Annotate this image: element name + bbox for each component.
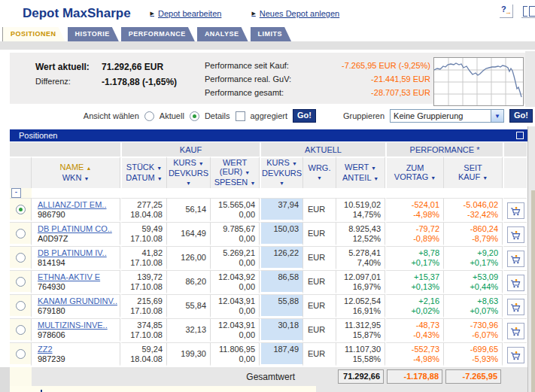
vortag-cell: -552,73-4,98% xyxy=(385,342,444,366)
page-title: Depot MaxSharpe xyxy=(23,6,131,21)
position-name-cell: ETHNA-AKTIV E764930 xyxy=(32,270,120,294)
help-icon[interactable]: ?→ xyxy=(500,5,513,18)
aktuell-kurs-cell: 30,18 xyxy=(260,318,303,342)
collapse-icon[interactable]: - xyxy=(11,188,21,198)
position-radio[interactable] xyxy=(16,277,26,287)
position-wkn: 814194 xyxy=(32,258,120,268)
kauf-kurs-cell: 164,49 xyxy=(167,222,211,246)
waehrung-cell: EUR xyxy=(303,198,336,222)
aggregiert-checkbox[interactable] xyxy=(236,111,245,121)
position-radio[interactable] xyxy=(16,253,26,263)
aktuell-kurs-cell: 126,22 xyxy=(260,246,303,270)
arrow-bullet-icon: ▶ xyxy=(251,11,255,17)
trade-basket-button[interactable] xyxy=(507,275,524,291)
group-header-performance: PERFORMANCE * xyxy=(385,141,503,156)
position-select-cell xyxy=(10,318,32,342)
panel-title: Positionen xyxy=(19,131,57,140)
tab-bar: POSITIONEN HISTORIE PERFORMANCE ANALYSE … xyxy=(2,27,535,41)
sort-desc-icon: ▼ xyxy=(199,161,204,166)
col-header-name-wkn[interactable]: NAME ▲WKN ▼ xyxy=(32,156,120,188)
position-name-link[interactable]: DB PLATINUM IV.. xyxy=(32,247,120,258)
stueck-datum-cell: 277,2518.04.08 xyxy=(120,198,167,222)
gruppieren-go-button[interactable]: Go! xyxy=(509,109,533,123)
sort-asc-icon: ▲ xyxy=(86,166,91,171)
trade-basket-button[interactable] xyxy=(507,299,524,315)
trade-basket-button[interactable] xyxy=(507,323,524,339)
position-radio[interactable] xyxy=(16,205,26,214)
vortag-cell: -79,72-0,89% xyxy=(385,222,444,246)
sort-desc-icon: ▼ xyxy=(250,181,255,186)
tab-limits[interactable]: LIMITS xyxy=(251,27,292,41)
trade-basket-button[interactable] xyxy=(507,347,524,363)
trade-basket-button[interactable] xyxy=(507,202,524,219)
position-radio[interactable] xyxy=(16,325,26,335)
kauf-kurs-cell: 55,84 xyxy=(167,294,211,318)
position-name-link[interactable]: KANAM GRUNDINV.. xyxy=(32,295,120,306)
cart-icon xyxy=(510,327,521,336)
top-icons: ?→ + xyxy=(500,5,535,18)
position-radio[interactable] xyxy=(16,229,26,239)
vortag-cell: +8,78+0,17% xyxy=(385,246,444,270)
position-name-link[interactable]: MULTIZINS-INVE.. xyxy=(32,319,120,330)
trade-basket-button[interactable] xyxy=(507,251,524,267)
col-header-stueck-datum[interactable]: STÜCK ▼DATUM ▼ xyxy=(120,156,167,188)
perf-value: -28.707,53 EUR xyxy=(371,86,430,99)
aktuell-kurs-cell: 37,94 xyxy=(260,198,303,222)
col-header-kurs-devkurs-aktuell[interactable]: KURS ▼DEVKURS▼ xyxy=(260,156,303,188)
trade-basket-button[interactable] xyxy=(507,226,524,243)
kauf-kurs-cell: 86,20 xyxy=(167,270,211,294)
position-select-cell xyxy=(10,246,32,270)
tab-positionen[interactable]: POSITIONEN xyxy=(2,27,65,41)
aggregiert-label: aggregiert xyxy=(251,111,288,120)
position-name-link[interactable]: DB PLATINUM CO.. xyxy=(32,223,120,234)
stueck-datum-cell: 139,7217.10.08 xyxy=(120,270,167,294)
position-name-link[interactable]: ALLIANZ-DIT EM.. xyxy=(32,199,120,210)
sort-desc-icon: ▼ xyxy=(292,161,297,166)
position-radio[interactable] xyxy=(16,301,26,311)
sort-desc-icon: ▼ xyxy=(84,176,89,181)
positions-table: KAUF AKTUELL PERFORMANCE * NAME ▲WKN ▼ S… xyxy=(10,141,527,366)
col-header-wert-anteil[interactable]: WERT ▼ANTEIL ▼ xyxy=(336,156,385,188)
link-neues-depot-anlegen[interactable]: ▶Neues Depot anlegen xyxy=(251,9,339,18)
gruppieren-select[interactable]: Keine Gruppierung ▼ xyxy=(390,109,504,123)
position-wkn: 986790 xyxy=(32,210,120,220)
tab-historie[interactable]: HISTORIE xyxy=(68,27,119,41)
position-name-link[interactable]: ETHNA-AKTIV E xyxy=(32,271,120,282)
kauf-kurs-cell: 199,30 xyxy=(167,342,211,366)
expander-row: - xyxy=(10,188,527,198)
kauf-wert-spesen-cell: 11.806,950,00 xyxy=(211,342,260,366)
sort-desc-icon: ▼ xyxy=(186,181,191,186)
basket-cell xyxy=(503,270,527,294)
col-header-seit-kauf[interactable]: SEITKAUF ▼ xyxy=(444,156,503,188)
col-header-zum-vortag[interactable]: ZUMVORTAG ▼ xyxy=(385,156,444,188)
col-header-wert-spesen[interactable]: WERT (EUR) ▼SPESEN ▼ xyxy=(211,156,260,188)
seit-kauf-cell: +8,63+0,07% xyxy=(444,294,503,318)
clipped-document-icon[interactable] xyxy=(527,5,535,18)
link-depot-bearbeiten[interactable]: ▶Depot bearbeiten xyxy=(150,9,222,18)
position-row: ALLIANZ-DIT EM..986790277,2518.04.0856,1… xyxy=(10,198,527,222)
ansicht-go-button[interactable]: Go! xyxy=(293,109,316,123)
position-name-cell: ZZ2987239 xyxy=(32,342,120,366)
position-radio[interactable] xyxy=(16,349,26,359)
tab-performance[interactable]: PERFORMANCE xyxy=(121,27,195,41)
summary-current-value: Wert aktuell:71.292,66 EUR Differenz:-1.… xyxy=(35,57,205,104)
col-header-kurs-devkurs-kauf[interactable]: KURS ▼DEVKURS▼ xyxy=(167,156,211,188)
cart-icon xyxy=(510,206,521,216)
tab-analyse[interactable]: ANALYSE xyxy=(197,27,248,41)
position-wkn: 978606 xyxy=(32,330,120,340)
chevron-down-icon[interactable]: ▼ xyxy=(491,110,503,122)
position-name-link[interactable]: ZZ2 xyxy=(32,343,120,354)
group-header-row: KAUF AKTUELL PERFORMANCE * xyxy=(10,141,527,156)
radio-aktuell[interactable] xyxy=(144,111,154,121)
radio-details[interactable] xyxy=(190,111,199,121)
view-controls: Ansicht wählen Aktuell Details aggregier… xyxy=(0,106,535,126)
gruppieren-label: Gruppieren xyxy=(343,111,385,120)
wert-aktuell-value: 71.292,66 EUR xyxy=(102,62,163,72)
position-row: KANAM GRUNDINV..679180215,6917.10.0855,8… xyxy=(10,294,527,318)
minimize-icon[interactable] xyxy=(516,132,524,139)
sort-desc-icon: ▼ xyxy=(245,170,250,175)
radio-details-label: Details xyxy=(205,111,230,120)
cart-icon xyxy=(510,230,521,240)
col-header-wrg[interactable]: WRG.▼ xyxy=(303,156,336,188)
gesamtwert-total: 71.292,66 xyxy=(338,369,384,384)
